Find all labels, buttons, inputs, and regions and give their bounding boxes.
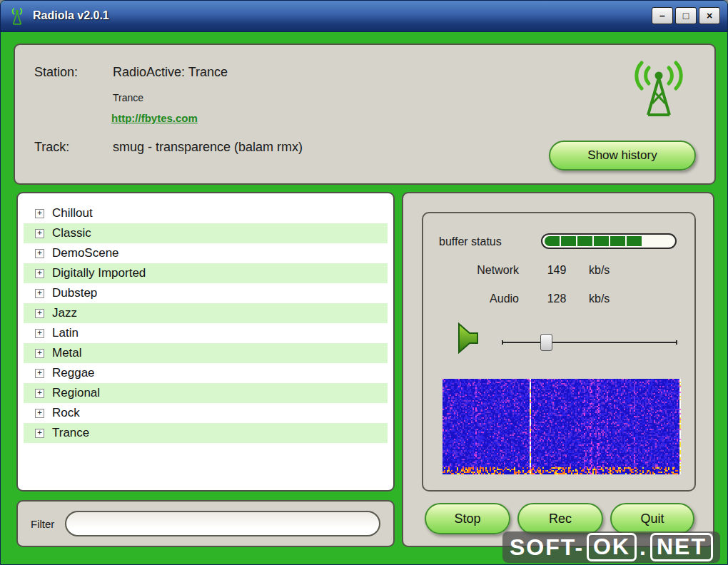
window-title: Radiola v2.0.1 <box>33 9 109 22</box>
expand-icon[interactable] <box>35 249 44 258</box>
stop-button[interactable]: Stop <box>425 503 510 534</box>
tree-row-label: Dubstep <box>52 286 97 300</box>
expand-icon[interactable] <box>35 409 44 418</box>
status-panel: buffer status Network 149 kb/s Audio 128… <box>402 192 714 547</box>
buffer-progress-bar <box>541 233 677 249</box>
expand-icon[interactable] <box>35 229 44 238</box>
tree-row-label: Digitally Imported <box>52 266 146 280</box>
tree-row[interactable]: Trance <box>24 423 388 443</box>
tree-row-label: Trance <box>52 426 89 440</box>
expand-icon[interactable] <box>35 429 44 438</box>
buffer-segment <box>594 236 609 246</box>
antenna-icon <box>633 61 684 119</box>
tree-row[interactable]: Metal <box>24 343 388 363</box>
filter-label: Filter <box>31 518 54 530</box>
network-value: 149 <box>537 264 576 277</box>
tree-row-label: Regional <box>52 386 100 400</box>
quit-button[interactable]: Quit <box>610 503 694 534</box>
expand-icon[interactable] <box>35 309 44 318</box>
filter-panel: Filter <box>16 500 395 547</box>
filter-input[interactable] <box>65 511 380 536</box>
tree-row-label: Chillout <box>52 206 93 220</box>
rec-button[interactable]: Rec <box>517 503 603 534</box>
tree-row[interactable]: Chillout <box>24 203 388 223</box>
close-button[interactable]: × <box>699 7 720 24</box>
tree-row[interactable]: Digitally Imported <box>24 263 388 283</box>
station-url-link[interactable]: http://fbytes.com <box>111 112 198 124</box>
window-controls: – □ × <box>652 7 720 24</box>
network-label: Network <box>465 264 519 277</box>
speaker-icon[interactable] <box>448 320 480 356</box>
audio-label: Audio <box>465 292 519 305</box>
expand-icon[interactable] <box>35 289 44 298</box>
tree-row-label: Rock <box>52 406 80 420</box>
volume-slider-thumb[interactable] <box>540 334 552 351</box>
buffer-segment <box>610 236 625 246</box>
station-label: Station: <box>34 65 78 80</box>
station-value: RadioActive: Trance <box>113 65 228 80</box>
buffer-segment <box>545 236 560 246</box>
buffer-segment <box>561 236 576 246</box>
watermark-ok: OK <box>587 533 637 561</box>
status-box: buffer status Network 149 kb/s Audio 128… <box>422 212 696 492</box>
tree-row-label: Metal <box>52 346 82 360</box>
expand-icon[interactable] <box>35 209 44 218</box>
app-icon <box>8 6 26 26</box>
tree-row[interactable]: Dubstep <box>24 283 388 303</box>
audio-value: 128 <box>537 292 576 305</box>
audio-unit: kb/s <box>589 292 610 305</box>
tree-row[interactable]: Rock <box>24 403 388 423</box>
tree-row[interactable]: Latin <box>24 323 388 343</box>
network-unit: kb/s <box>589 264 610 277</box>
minimize-button[interactable]: – <box>652 7 673 24</box>
station-panel: Station: RadioActive: Trance Trance http… <box>14 44 716 185</box>
buffer-segment <box>577 236 592 246</box>
show-history-button[interactable]: Show history <box>549 141 696 170</box>
tree-row-label: DemoScene <box>52 246 119 260</box>
track-label: Track: <box>34 140 69 155</box>
tree-row-label: Classic <box>52 226 91 240</box>
watermark-net: NET <box>650 533 713 561</box>
buffer-status-label: buffer status <box>439 235 502 248</box>
tree-row[interactable]: Regional <box>24 383 388 403</box>
tree-row[interactable]: Jazz <box>24 303 388 323</box>
volume-slider[interactable] <box>502 333 677 352</box>
expand-icon[interactable] <box>35 389 44 398</box>
app-window: Radiola v2.0.1 – □ × Station: RadioActiv… <box>0 0 728 565</box>
expand-icon[interactable] <box>35 269 44 278</box>
tree-row-label: Reggae <box>52 366 95 380</box>
titlebar: Radiola v2.0.1 – □ × <box>1 1 727 32</box>
expand-icon[interactable] <box>35 369 44 378</box>
tree-row[interactable]: Classic <box>24 223 388 243</box>
track-value: smug - transparence (balam rmx) <box>113 140 303 155</box>
watermark-prefix: SOFT- <box>510 534 584 561</box>
spectrogram <box>443 379 681 474</box>
volume-slider-track <box>502 342 677 343</box>
station-genre: Trance <box>113 92 143 103</box>
expand-icon[interactable] <box>35 349 44 358</box>
tree-row-label: Latin <box>52 326 79 340</box>
tree-row[interactable]: Reggae <box>24 363 388 383</box>
genre-tree: Chillout Classic DemoScene Digitally Imp… <box>16 192 395 492</box>
tree-row-label: Jazz <box>52 306 77 320</box>
expand-icon[interactable] <box>35 329 44 338</box>
buffer-segment <box>627 236 642 246</box>
maximize-button[interactable]: □ <box>675 7 697 24</box>
tree-row[interactable]: DemoScene <box>24 243 388 263</box>
watermark-dot: . <box>639 534 647 561</box>
watermark: SOFT-OK.NET <box>502 531 720 563</box>
